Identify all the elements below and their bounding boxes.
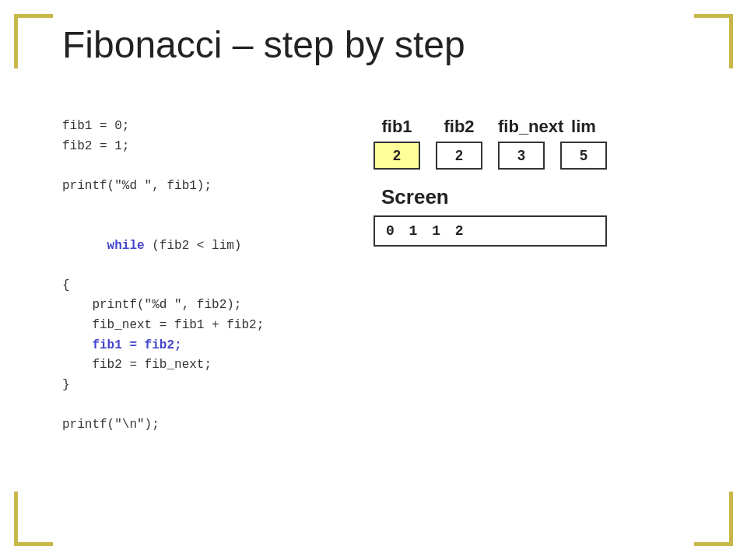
- keyword-while: while: [107, 239, 145, 253]
- code-line-13: [62, 395, 264, 415]
- var-box-fib2: 2: [436, 142, 482, 170]
- var-header-fib1: fib1: [374, 117, 420, 137]
- while-condition: (fib2 < lim): [145, 239, 242, 253]
- screen-label: Screen: [381, 185, 607, 209]
- code-line-11: fib2 = fib_next;: [62, 355, 264, 376]
- var-box-lim: 5: [560, 142, 607, 170]
- var-box-fib1: 2: [374, 142, 420, 170]
- variables-section: fib1 fib2 fib_next lim 2 2 3 5 Screen 0 …: [374, 117, 607, 247]
- code-block: fib1 = 0; fib2 = 1; printf("%d ", fib1);…: [62, 117, 264, 436]
- code-line-4: printf("%d ", fib1);: [62, 177, 264, 197]
- page-title: Fibonacci – step by step: [62, 23, 465, 66]
- var-headers-row: fib1 fib2 fib_next lim: [374, 117, 607, 137]
- code-line-while: while (fib2 < lim): [62, 216, 264, 276]
- bracket-top-left: [14, 14, 53, 68]
- var-header-fibnext: fib_next: [498, 117, 545, 137]
- screen-output: 0 1 1 2: [374, 215, 607, 247]
- code-line-14: printf("\n");: [62, 415, 264, 436]
- var-boxes-row: 2 2 3 5: [374, 142, 607, 170]
- code-line-3: [62, 156, 264, 177]
- bracket-top-right: [694, 14, 733, 68]
- code-line-highlighted: fib1 = fib2;: [62, 336, 264, 356]
- code-line-9: fib_next = fib1 + fib2;: [62, 316, 264, 336]
- code-line-7: {: [62, 276, 264, 296]
- code-line-12: }: [62, 376, 264, 396]
- bracket-bottom-right: [694, 492, 733, 546]
- code-line-1: fib1 = 0;: [62, 117, 264, 137]
- var-header-lim: lim: [560, 117, 607, 137]
- code-line-2: fib2 = 1;: [62, 137, 264, 157]
- var-box-fibnext: 3: [498, 142, 545, 170]
- code-line-5: [62, 196, 264, 216]
- code-line-8: printf("%d ", fib2);: [62, 296, 264, 316]
- var-header-fib2: fib2: [436, 117, 482, 137]
- bracket-bottom-left: [14, 492, 53, 546]
